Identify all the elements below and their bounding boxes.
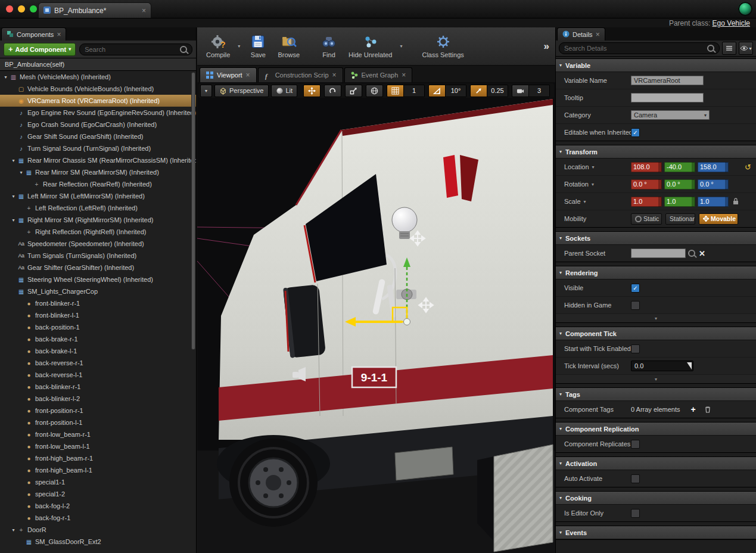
mobility-static-button[interactable]: Static: [631, 213, 662, 225]
component-rear-mirror-sm-rearmirrorsm-inherited[interactable]: ▾▦Rear Mirror SM (RearMirrorSM) (Inherit…: [0, 166, 196, 178]
minimize-window-button[interactable]: [18, 5, 25, 13]
component-back-brake-l-1[interactable]: ●back-brake-l-1: [0, 345, 196, 357]
components-search-input[interactable]: Search: [79, 44, 192, 55]
component-turn-signal-sound-turnsignal-inherited[interactable]: ♪Turn Signal Sound (TurnSignal) (Inherit…: [0, 142, 196, 154]
expander-icon[interactable]: ▾: [2, 74, 9, 80]
component-back-blinker-l-2[interactable]: ●back-blinker-l-2: [0, 393, 196, 405]
component-front-blinker-l-1[interactable]: ●front-blinker-l-1: [0, 309, 196, 321]
component-sm-lights-chargercop[interactable]: ▦SM_Lights_ChargerCop: [0, 285, 196, 297]
component-sm-glassdoorr-ext2[interactable]: ▦SM_GlassDoorR_Ext2: [0, 536, 196, 548]
camera-speed-value[interactable]: 3: [529, 85, 550, 97]
component-gear-shift-sound-gearshift-inherited[interactable]: ♪Gear Shift Sound (GearShift) (Inherited…: [0, 131, 196, 142]
section-header-events[interactable]: ▾Events: [556, 526, 756, 539]
tab-details[interactable]: Details ×: [557, 27, 605, 41]
mobility-stationary-button[interactable]: Stationary: [665, 213, 695, 225]
auto-activate-checkbox[interactable]: ✓: [631, 474, 640, 483]
chevron-down-icon[interactable]: ▾: [592, 182, 594, 187]
expander-icon[interactable]: ▾: [10, 527, 17, 533]
component-ego-engine-rev-sound-egoenginerevsound-inherited[interactable]: ♪Ego Engine Rev Sound (EgoEngineRevSound…: [0, 107, 196, 119]
section-header-activation[interactable]: ▾Activation: [556, 457, 756, 470]
expander-icon[interactable]: ▾: [10, 218, 17, 223]
hidden-in-game-checkbox[interactable]: ✓: [631, 301, 640, 310]
component-left-reflection-leftrefl-inherited[interactable]: +Left Reflection (LeftRefl) (Inherited): [0, 202, 196, 214]
viewport-options-button[interactable]: ▾: [200, 85, 212, 97]
axis-x-field[interactable]: 0.0 °: [631, 179, 662, 189]
expander-icon[interactable]: ▾: [10, 158, 17, 163]
component-front-low-beam-l-1[interactable]: ●front-low_beam-l-1: [0, 440, 196, 452]
component-back-fog-l-2[interactable]: ●back-fog-l-2: [0, 500, 196, 512]
close-window-button[interactable]: [6, 5, 13, 13]
is-editor-only-checkbox[interactable]: ✓: [631, 509, 640, 518]
component-rear-reflection-rearrefl-inherited[interactable]: +Rear Reflection (RearRefl) (Inherited): [0, 178, 196, 190]
tab-event-graph[interactable]: Event Graph×: [344, 67, 413, 82]
hide-unrelated-dropdown[interactable]: ▾: [399, 44, 403, 49]
close-icon[interactable]: ×: [142, 7, 146, 14]
scale-tool-button[interactable]: [345, 85, 362, 97]
component-back-position-1[interactable]: ●back-position-1: [0, 321, 196, 333]
tab-construction-scrip[interactable]: ƒConstruction Scrip×: [258, 67, 343, 82]
close-icon[interactable]: ×: [332, 72, 337, 79]
close-icon[interactable]: ×: [402, 72, 406, 79]
component-left-mirror-sm-leftmirrorsm-inherited[interactable]: ▾▦Left Mirror SM (LeftMirrorSM) (Inherit…: [0, 190, 196, 202]
close-icon[interactable]: ×: [246, 72, 250, 79]
delete-elements-icon[interactable]: [704, 406, 711, 413]
rotation-snap-button[interactable]: [428, 85, 446, 97]
chevron-down-icon[interactable]: ▾: [584, 199, 586, 204]
tab-components[interactable]: Components ×: [1, 27, 66, 41]
axis-y-field[interactable]: 0.0 °: [664, 179, 695, 189]
variable-name-field[interactable]: VRCameraRoot: [631, 76, 704, 85]
perspective-button[interactable]: Perspective: [214, 85, 268, 97]
component-right-reflection-rightrefl-inherited[interactable]: +Right Reflection (RightRefl) (Inherited…: [0, 226, 196, 238]
component-vehicle-bounds-vehiclebounds-inherited[interactable]: ▢Vehicle Bounds (VehicleBounds) (Inherit…: [0, 83, 196, 95]
add-component-button[interactable]: + Add Component ▾: [4, 43, 76, 56]
translate-tool-button[interactable]: [303, 85, 321, 97]
browse-button[interactable]: Browse: [272, 32, 305, 61]
find-button[interactable]: Find: [316, 32, 342, 61]
start-with-tick-enabled-checkbox[interactable]: ✓: [631, 344, 640, 353]
scale-snap-value[interactable]: 0.25: [487, 85, 508, 97]
compile-dropdown[interactable]: ▾: [237, 44, 241, 49]
section-header-transform[interactable]: ▾Transform: [556, 145, 756, 159]
tooltip-field[interactable]: [631, 93, 704, 102]
axis-y-field[interactable]: 1.0: [664, 197, 695, 207]
component-front-high-beam-r-1[interactable]: ●front-high_beam-r-1: [0, 452, 196, 464]
scrollbar-thumb[interactable]: [191, 72, 195, 350]
expander-icon[interactable]: ▾: [18, 170, 24, 175]
component-back-brake-r-1[interactable]: ●back-brake-r-1: [0, 333, 196, 345]
axis-z-field[interactable]: 158.0: [698, 162, 729, 172]
axis-z-field[interactable]: 1.0: [698, 197, 729, 207]
visible-checkbox[interactable]: ✓: [631, 284, 640, 293]
components-scrollbar[interactable]: [191, 72, 195, 551]
component-back-reverse-l-1[interactable]: ●back-reverse-l-1: [0, 369, 196, 381]
axis-z-field[interactable]: 0.0 °: [698, 179, 729, 189]
rotate-tool-button[interactable]: [324, 85, 341, 97]
view-options-button[interactable]: ▾: [739, 42, 753, 55]
property-matrix-button[interactable]: [722, 42, 736, 55]
component-steering-wheel-steeringwheel-inherited[interactable]: ▦Steering Wheel (SteeringWheel) (Inherit…: [0, 274, 196, 285]
component-ego-crash-sound-egocarcrash-inherited[interactable]: ♪Ego Crash Sound (EgoCarCrash) (Inherite…: [0, 119, 196, 131]
axis-x-field[interactable]: 1.0: [631, 197, 662, 207]
asset-tab[interactable]: BP_Ambulance* ×: [38, 2, 151, 18]
section-header-component-replication[interactable]: ▾Component Replication: [556, 422, 756, 436]
blueprint-self-row[interactable]: BP_Ambulance(self): [0, 58, 196, 71]
section-header-tags[interactable]: ▾Tags: [556, 388, 756, 401]
tick-interval-secs-field[interactable]: 0.0: [631, 361, 693, 371]
component-gear-shifter-gearshifter-inherited[interactable]: AaGear Shifter (GearShifter) (Inherited): [0, 262, 196, 274]
viewport-scene[interactable]: 9-1-1: [197, 82, 555, 553]
lit-mode-button[interactable]: Lit: [271, 85, 298, 97]
details-search-input[interactable]: Search Details: [559, 42, 720, 54]
expander-icon[interactable]: ▾: [10, 194, 17, 199]
rotation-snap-value[interactable]: 10°: [446, 85, 466, 97]
section-header-rendering[interactable]: ▾Rendering: [556, 266, 756, 279]
component-back-reverse-r-1[interactable]: ●back-reverse-r-1: [0, 357, 196, 369]
axis-x-field[interactable]: 108.0: [631, 162, 662, 172]
component-replicates-checkbox[interactable]: ✓: [631, 440, 640, 449]
component-mesh-vehiclemesh-inherited[interactable]: ▾▥Mesh (VehicleMesh) (Inherited): [0, 71, 196, 83]
add-element-icon[interactable]: +: [691, 405, 696, 414]
component-front-position-l-1[interactable]: ●front-position-l-1: [0, 417, 196, 428]
component-right-mirror-sm-rightmirrorsm-inherited[interactable]: ▾▦Right Mirror SM (RightMirrorSM) (Inher…: [0, 214, 196, 226]
section-header-sockets[interactable]: ▾Sockets: [556, 232, 756, 245]
section-header-cooking[interactable]: ▾Cooking: [556, 492, 756, 505]
category-dropdown[interactable]: Camera▾: [631, 110, 710, 120]
zoom-window-button[interactable]: [30, 5, 37, 13]
